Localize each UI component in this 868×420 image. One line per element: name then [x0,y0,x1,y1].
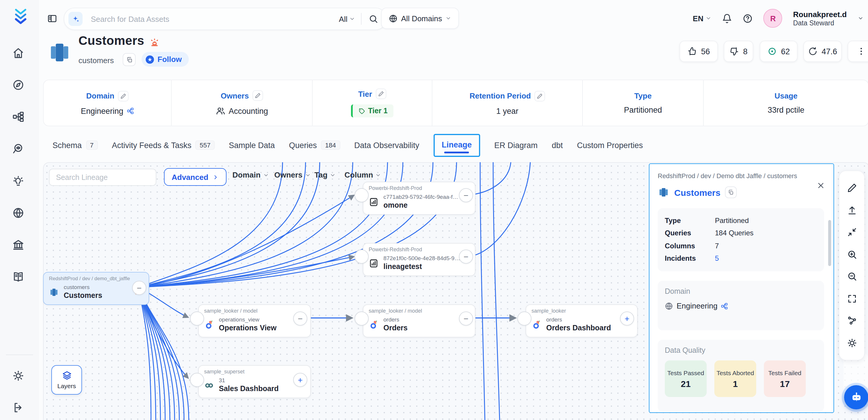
search-input[interactable] [90,14,339,24]
close-panel-icon[interactable] [817,182,825,189]
panel-breadcrumb[interactable]: RedshiftProd / dev / Demo dbt Jaffle / c… [658,171,810,181]
robot-icon [849,390,863,404]
collapse-view-icon[interactable] [847,228,857,237]
user-avatar[interactable]: R [764,9,782,28]
team-icon [216,106,225,116]
layers-button[interactable]: Layers [51,365,82,395]
settings-icon[interactable] [12,370,24,382]
lineage-node-omone[interactable]: Powerbi-Redshift-Prod c771ab29-5792-46fc… [363,182,475,215]
filter-domain-dropdown[interactable]: Domain [232,171,269,179]
page-title: Customers [79,34,144,48]
downvote-button[interactable]: 8 [724,41,753,62]
zoom-in-icon[interactable] [847,249,857,260]
all-domains-dropdown[interactable]: All Domains [381,8,459,29]
glossary-icon[interactable] [12,271,24,282]
edit-owners-icon[interactable] [252,90,263,101]
language-dropdown[interactable]: EN [693,14,712,23]
node-handle[interactable] [190,311,204,326]
tests-passed-tile[interactable]: Tests Passed21 [665,361,707,397]
zoom-out-icon[interactable] [847,272,857,282]
watchers-button[interactable]: 62 [760,41,798,62]
lineage-search[interactable] [49,169,156,186]
search-icon[interactable] [369,14,378,24]
lineage-search-input[interactable] [55,173,152,182]
globe-icon [389,14,398,23]
tab-lineage[interactable]: Lineage [434,133,480,157]
more-actions-button[interactable] [848,41,868,62]
lineage-node-lineagetest[interactable]: Powerbi-Redshift-Prod 872e1f0c-500e-4e28… [363,243,475,276]
panel-title-link[interactable]: Customers [674,187,720,197]
collapse-handle[interactable]: − [132,281,146,295]
entity-subtitle: customers [79,56,114,65]
ai-sparkle-icon[interactable] [68,12,83,26]
sidebar-toggle-icon[interactable] [47,13,57,24]
node-handle[interactable] [517,311,531,326]
insights-icon[interactable] [12,175,24,187]
copy-link-button[interactable] [725,186,737,198]
expand-handle[interactable]: + [620,311,634,326]
follow-button[interactable]: ★ Follow [142,52,189,67]
user-menu[interactable]: Rounakpreet.d Data Steward [793,10,847,27]
relayout-icon[interactable] [847,316,857,326]
search-scope-dropdown[interactable]: All [339,14,361,23]
panel-data-quality-card: Data Quality Tests Passed21 Tests Aborte… [658,340,824,412]
governance-icon[interactable] [12,239,24,251]
node-handle[interactable] [354,188,369,202]
lineage-nav-icon[interactable] [12,111,24,123]
tier-badge[interactable]: Tier 1 [351,104,394,117]
expand-handle[interactable]: + [293,373,307,387]
collapse-handle[interactable]: − [459,311,473,326]
filter-owners-dropdown[interactable]: Owners [274,171,311,179]
tests-aborted-tile[interactable]: Tests Aborted1 [714,361,756,397]
tab-schema[interactable]: Schema7 [53,140,98,150]
fit-screen-icon[interactable] [847,294,857,304]
observability-icon[interactable] [12,143,24,154]
tab-dbt[interactable]: dbt [552,141,563,150]
node-handle[interactable] [354,311,369,326]
help-icon[interactable] [743,13,753,23]
edit-lineage-icon[interactable] [847,183,857,193]
edit-domain-icon[interactable] [118,91,129,101]
logout-icon[interactable] [12,402,24,414]
node-handle[interactable] [354,249,369,264]
kebab-menu-icon [857,47,866,56]
user-menu-chevron-icon[interactable] [857,16,863,21]
app-logo[interactable] [12,8,30,25]
tab-custom-properties[interactable]: Custom Properties [577,141,643,150]
collapse-handle[interactable]: − [459,188,473,202]
copy-name-button[interactable] [123,53,136,66]
edit-tier-icon[interactable] [376,88,386,99]
collapse-handle[interactable]: − [459,249,473,264]
lineage-settings-icon[interactable] [847,338,857,348]
incidents-link[interactable]: 5 [715,252,719,265]
explore-icon[interactable] [12,79,24,91]
tab-er-diagram[interactable]: ER Diagram [494,141,538,150]
filter-tag-dropdown[interactable]: Tag [314,171,336,179]
alert-siren-icon[interactable] [149,37,160,48]
panel-domain-value[interactable]: Engineering [677,302,718,310]
powerbi-icon [369,258,379,268]
notifications-icon[interactable] [722,13,732,23]
domains-icon[interactable] [12,207,24,219]
tests-failed-tile[interactable]: Tests Failed17 [764,361,806,397]
home-icon[interactable] [12,47,24,59]
tab-data-observability[interactable]: Data Observability [354,141,420,150]
search-divider [361,13,362,25]
node-handle[interactable] [190,373,204,387]
redshift-entity-icon [47,36,72,69]
panel-scrollbar[interactable] [828,220,831,266]
export-icon[interactable] [847,205,857,215]
tab-activity-feeds[interactable]: Activity Feeds & Tasks557 [112,140,214,150]
advanced-filter-button[interactable]: Advanced [164,168,226,186]
filter-column-dropdown[interactable]: Column [344,171,381,179]
tab-sample-data[interactable]: Sample Data [229,141,275,150]
chatbot-button[interactable] [844,385,868,409]
version-button[interactable]: 47.6 [803,41,842,62]
tab-queries[interactable]: Queries184 [289,140,340,150]
global-search[interactable]: All [64,8,386,30]
collapse-handle[interactable]: − [293,311,307,326]
edit-retention-icon[interactable] [534,91,545,101]
upvote-button[interactable]: 56 [680,41,718,62]
metadata-domain: Domain Engineering [44,80,171,126]
lineage-node-orders[interactable]: sample_looker / model ordersOrders [363,304,475,338]
